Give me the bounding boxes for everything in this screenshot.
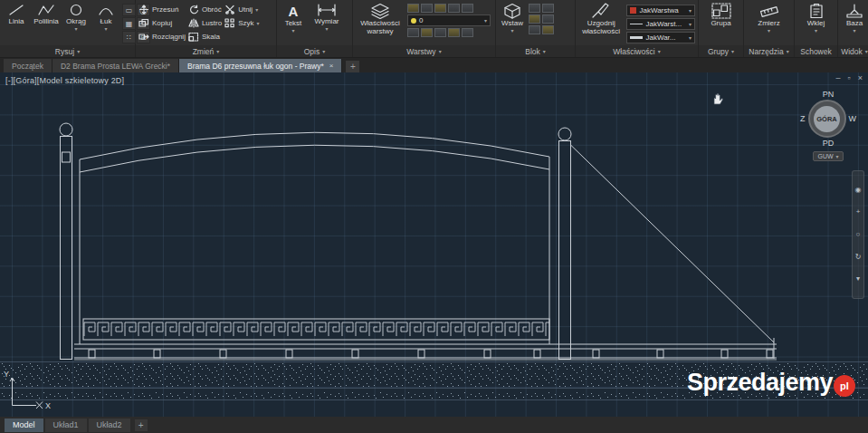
- viewcube-top-face[interactable]: GÓRA: [814, 106, 840, 132]
- viewcube-ucs-menu[interactable]: GUW ▾: [813, 151, 843, 161]
- new-tab-button[interactable]: +: [346, 61, 359, 72]
- restore-icon[interactable]: ▫: [848, 73, 851, 82]
- panel-label-schowek[interactable]: Schowek: [795, 45, 837, 57]
- rotate-tool-button[interactable]: Obróć: [188, 4, 222, 15]
- measure-tool-button[interactable]: Zmierz ▾: [756, 2, 783, 34]
- circle-tool-button[interactable]: Okrąg ▾: [62, 2, 90, 33]
- gate-drawing: Y X: [0, 72, 868, 417]
- block-tool-icon[interactable]: [529, 25, 540, 34]
- block-tool-icon[interactable]: [542, 14, 554, 24]
- layer-tool-icon[interactable]: [421, 4, 433, 13]
- panel-label-text: Schowek: [800, 47, 832, 56]
- tab-poczatek[interactable]: Początek: [4, 59, 52, 72]
- move-tool-button[interactable]: Przesuń: [138, 4, 186, 15]
- layer-tool-icon[interactable]: [407, 4, 419, 13]
- block-tool-icon[interactable]: [542, 4, 554, 13]
- line-tool-button[interactable]: Linia: [3, 2, 30, 27]
- window-controls: – ▫ ×: [836, 73, 863, 82]
- trim-tool-button[interactable]: Utnij ▾: [224, 4, 259, 15]
- block-tool-icon[interactable]: [542, 25, 554, 34]
- close-icon[interactable]: ×: [858, 73, 863, 82]
- orbit-tool-icon[interactable]: ↻: [855, 254, 862, 261]
- viewcube-west[interactable]: Z: [800, 114, 806, 123]
- mirror-tool-button[interactable]: Lustro: [188, 17, 222, 29]
- layer-properties-button[interactable]: Właściwości warstwy: [356, 2, 405, 37]
- text-tool-button[interactable]: A Tekst ▾: [280, 2, 307, 34]
- layer-tool-icon[interactable]: [448, 4, 460, 13]
- autocad-window: Linia Polilinia Okrąg ▾ Łuk ▾ ▭: [0, 0, 868, 433]
- model-space-canvas[interactable]: Y X [-][Góra][Model szkieletowy 2D] – ▫ …: [0, 72, 868, 417]
- zoom-tool-icon[interactable]: ○: [856, 231, 861, 238]
- caret-down-icon: ▾: [689, 22, 692, 27]
- panel-label-blok[interactable]: Blok ▾: [496, 45, 575, 57]
- close-tab-icon[interactable]: ×: [329, 62, 334, 70]
- panel-label-rysuj[interactable]: Rysuj ▾: [0, 45, 135, 57]
- scale-tool-button[interactable]: Skala: [188, 31, 222, 43]
- panel-label-zmien[interactable]: Zmień ▾: [136, 45, 276, 57]
- panel-zmien: Przesuń Kopiuj Rozciągnij Obróć: [136, 0, 277, 57]
- viewcube[interactable]: PN Z GÓRA W PD GUW ▾: [796, 90, 861, 161]
- navbar-more-icon[interactable]: ▾: [856, 275, 860, 283]
- dimension-label: Wymiar: [314, 18, 339, 26]
- layer-tool-icon[interactable]: [462, 28, 473, 37]
- move-icon: [138, 5, 149, 14]
- color-select[interactable]: JakWarstwa ▾: [626, 5, 695, 16]
- viewcube-south[interactable]: PD: [823, 139, 835, 148]
- rectangle-tool-icon[interactable]: ▭: [122, 4, 136, 16]
- tab-d2-brama[interactable]: D2 Brama Prosta LEWA Grecki*: [52, 59, 179, 72]
- panel-wlasciwosci: Uzgodnij właściwości JakWarstwa ▾ JakWar…: [576, 0, 699, 57]
- polyline-icon: [37, 3, 55, 17]
- panel-wlasciwosci-body: Uzgodnij właściwości JakWarstwa ▾ JakWar…: [576, 0, 698, 45]
- circle-icon: [67, 3, 85, 17]
- base-tool-button[interactable]: Baza ▾: [841, 2, 868, 34]
- match-properties-button[interactable]: Uzgodnij właściwości: [578, 2, 624, 37]
- lineweight-select[interactable]: JakWar... ▾: [626, 32, 695, 43]
- linetype-select[interactable]: JakWarst... ▾: [626, 18, 695, 30]
- tab-uklad2[interactable]: Układ2: [89, 419, 130, 432]
- layer-tool-icon[interactable]: [462, 4, 473, 13]
- layer-select[interactable]: 0 ▾: [407, 14, 491, 26]
- layer-tool-icon[interactable]: [421, 28, 433, 37]
- layer-tool-icon[interactable]: [434, 28, 446, 37]
- panel-label-wlasciwosci[interactable]: Właściwości ▾: [576, 45, 698, 57]
- hatch-tool-icon[interactable]: ▦: [122, 17, 136, 30]
- panel-label-opis[interactable]: Opis ▾: [277, 45, 352, 57]
- paste-tool-button[interactable]: Wklej ▾: [803, 2, 830, 34]
- layer-tool-icon[interactable]: [448, 28, 460, 37]
- new-layout-button[interactable]: +: [135, 419, 148, 431]
- tab-model[interactable]: Model: [5, 419, 43, 432]
- line-icon: [7, 3, 25, 17]
- panel-label-grupy[interactable]: Grupy ▾: [699, 45, 743, 57]
- pan-tool-icon[interactable]: +: [856, 208, 861, 216]
- arc-tool-button[interactable]: Łuk ▾: [92, 2, 119, 33]
- group-tool-button[interactable]: Grupa: [708, 2, 735, 29]
- group-icon: [711, 3, 731, 19]
- points-tool-icon[interactable]: ∷: [122, 31, 136, 43]
- arc-icon: [97, 3, 115, 17]
- tab-d6-brama-active[interactable]: Brama D6 przesuwna łuk ogon - Prawy* ×: [179, 59, 342, 72]
- viewcube-north[interactable]: PN: [823, 90, 835, 99]
- minimize-icon[interactable]: –: [836, 73, 841, 82]
- full-navigation-wheel-icon[interactable]: ◉: [855, 187, 862, 194]
- panel-label-narzedzia[interactable]: Narzędzia ▾: [744, 45, 794, 57]
- viewport-controls-label[interactable]: [-][Góra][Model szkieletowy 2D]: [5, 76, 124, 85]
- polyline-tool-button[interactable]: Polilinia: [33, 2, 60, 27]
- copy-tool-button[interactable]: Kopiuj: [138, 17, 186, 29]
- layer-tool-icon[interactable]: [434, 4, 446, 13]
- panel-label-widok[interactable]: Widok ▾: [838, 45, 868, 57]
- insert-tool-button[interactable]: Wstaw ▾: [499, 2, 526, 34]
- stretch-tool-button[interactable]: Rozciągnij: [138, 31, 186, 43]
- viewcube-east[interactable]: W: [849, 114, 857, 123]
- block-tool-icon[interactable]: [529, 14, 540, 24]
- array-tool-button[interactable]: Szyk ▾: [224, 17, 259, 29]
- tab-uklad1[interactable]: Układ1: [45, 419, 87, 432]
- layer-tool-icon[interactable]: [407, 28, 419, 37]
- insert-label: Wstaw: [501, 20, 523, 28]
- dimension-tool-button[interactable]: Wymiar ▾: [310, 2, 344, 33]
- linetype-sample-icon: [630, 24, 643, 24]
- panel-label-warstwy[interactable]: Warstwy ▾: [353, 45, 495, 57]
- drawing-tabs-bar: Początek D2 Brama Prosta LEWA Grecki* Br…: [0, 58, 868, 72]
- viewcube-ring[interactable]: GÓRA: [808, 100, 846, 138]
- caret-down-icon: ▾: [216, 49, 219, 54]
- block-tool-icon[interactable]: [529, 4, 540, 13]
